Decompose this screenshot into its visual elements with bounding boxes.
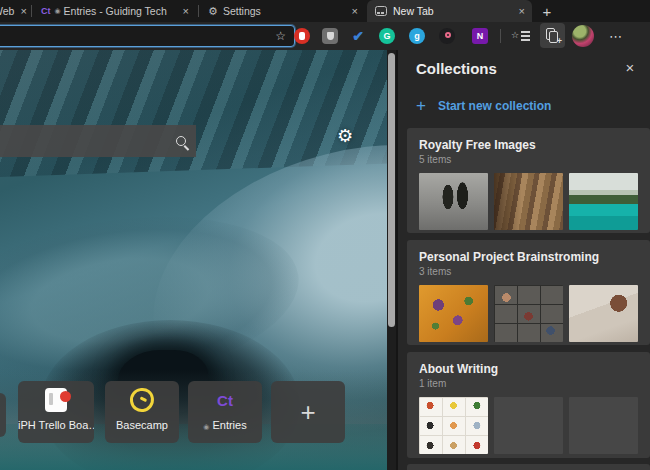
tab-separator [31, 5, 32, 17]
collection-name: Personal Project Brainstroming [419, 250, 638, 264]
thumbnail-row [419, 173, 638, 230]
shortcut-tile-basecamp[interactable]: Basecamp [105, 381, 179, 443]
thumbnail-illustration-grid [419, 397, 488, 454]
collection-name: Royalty Free Images [419, 138, 638, 152]
thumbnail-teal-lake [569, 173, 638, 230]
shortcut-label: ◉Entries [188, 419, 262, 431]
tab-web[interactable]: Web × [0, 0, 30, 22]
page-bullet-icon: ◉ [55, 7, 61, 15]
browser-window: Web × Ct ◉ Entries - Guiding Tech × ⚙ Se… [0, 0, 650, 470]
white-hand-shape [299, 32, 305, 40]
browser-toolbar: ☆ ✔ G g N ☆ + ⋯ [0, 22, 650, 50]
close-tab-icon[interactable]: × [18, 5, 30, 17]
close-tab-icon[interactable]: × [512, 5, 532, 17]
shortcut-tile-entries[interactable]: Ct ◉Entries [188, 381, 262, 443]
collections-panel: Collections × + Start new collection Roy… [396, 50, 650, 470]
toolbar-separator [500, 29, 501, 43]
add-shortcut-tile[interactable]: + [271, 381, 345, 443]
shortcut-label: iPH Trello Boa… [18, 419, 94, 431]
collection-card-partial[interactable] [407, 464, 650, 470]
basecamp-icon [128, 386, 155, 413]
thumbnail-video-call-grid [494, 285, 563, 342]
collection-item-count: 5 items [419, 154, 638, 165]
collection-item-count: 3 items [419, 266, 638, 277]
shortcut-label: Basecamp [105, 419, 179, 431]
thumbnail-tacos [419, 285, 488, 342]
tab-bar: Web × Ct ◉ Entries - Guiding Tech × ⚙ Se… [0, 0, 650, 22]
collection-item-count: 1 item [419, 378, 638, 389]
star-icon: ☆ [511, 30, 519, 40]
plus-icon: + [300, 397, 315, 428]
close-tab-icon[interactable]: × [345, 5, 365, 17]
panel-title: Collections [416, 60, 497, 77]
grammarly-extension-icon[interactable]: G [379, 28, 395, 44]
new-tab-button[interactable]: + [535, 2, 559, 20]
red-circle-extension-icon[interactable] [294, 28, 310, 44]
main-scrollbar-track[interactable] [387, 50, 396, 470]
thumbnail-row [419, 397, 638, 454]
shortcut-tile-trello[interactable]: iPH Trello Boa… [18, 381, 94, 443]
tab-label: Entries - Guiding Tech [64, 5, 167, 17]
add-favorite-star-icon[interactable]: ☆ [275, 29, 286, 43]
address-bar[interactable]: ☆ [0, 25, 295, 47]
search-bar[interactable] [0, 125, 196, 157]
thumbnail-cave-rock-texture [494, 173, 563, 230]
collection-card-about-writing[interactable]: About Writing 1 item [407, 352, 650, 458]
collection-card-royalty-free-images[interactable]: Royalty Free Images 5 items [407, 128, 650, 233]
collection-card-personal-project-brainstroming[interactable]: Personal Project Brainstroming 3 items [407, 240, 650, 345]
loupe-extension-icon[interactable] [439, 28, 455, 44]
pink-loupe-shape [445, 32, 451, 38]
new-tab-favicon-icon [375, 6, 387, 16]
shield-extension-icon[interactable] [322, 28, 338, 44]
check-extension-icon[interactable]: ✔ [350, 28, 366, 44]
guiding-tech-ct-icon: Ct [217, 392, 233, 409]
tab-new-tab-active[interactable]: New Tab × [367, 0, 532, 22]
close-tab-icon[interactable]: × [176, 5, 196, 17]
start-new-collection-label: Start new collection [438, 99, 551, 113]
favorites-list-icon[interactable]: ☆ [512, 29, 530, 43]
tab-entries-guiding-tech[interactable]: Ct ◉ Entries - Guiding Tech × [33, 0, 196, 22]
guiding-tech-favicon-icon: Ct [41, 6, 51, 16]
tab-settings[interactable]: ⚙ Settings × [200, 0, 365, 22]
collection-name: About Writing [419, 362, 638, 376]
thumbnail-row [419, 285, 638, 342]
plus-icon: + [416, 96, 426, 116]
profile-avatar[interactable] [572, 25, 594, 47]
page-settings-gear-icon[interactable]: ⚙ [334, 125, 356, 147]
collections-plus-icon: + [557, 36, 562, 46]
tab-label: New Tab [393, 5, 434, 17]
g-extension-icon[interactable]: g [409, 28, 425, 44]
shield-shape [327, 32, 334, 40]
browser-menu-button[interactable]: ⋯ [604, 26, 628, 46]
start-new-collection-button[interactable]: + Start new collection [416, 96, 551, 116]
tab-separator [198, 5, 199, 17]
page-bullet-icon: ◉ [203, 423, 209, 430]
new-tab-page: ⚙ iPH Trello Boa… Basecamp Ct ◉Entries + [0, 50, 396, 470]
main-scrollbar-thumb[interactable] [388, 53, 395, 327]
search-icon [176, 136, 186, 146]
settings-favicon-gear-icon: ⚙ [208, 5, 218, 18]
trello-icon [45, 388, 67, 412]
thumbnail-placeholder [494, 397, 563, 454]
thumbnail-couple-holding-hands [419, 173, 488, 230]
tab-label: Settings [223, 5, 261, 17]
shortcut-tile-partial[interactable] [0, 393, 6, 437]
tab-label: Web [0, 5, 14, 17]
close-panel-icon[interactable]: × [620, 58, 640, 78]
onenote-extension-icon[interactable]: N [472, 28, 488, 44]
thumbnail-person-resting [569, 285, 638, 342]
thumbnail-placeholder [569, 397, 638, 454]
collections-button-active[interactable]: + [540, 23, 565, 48]
